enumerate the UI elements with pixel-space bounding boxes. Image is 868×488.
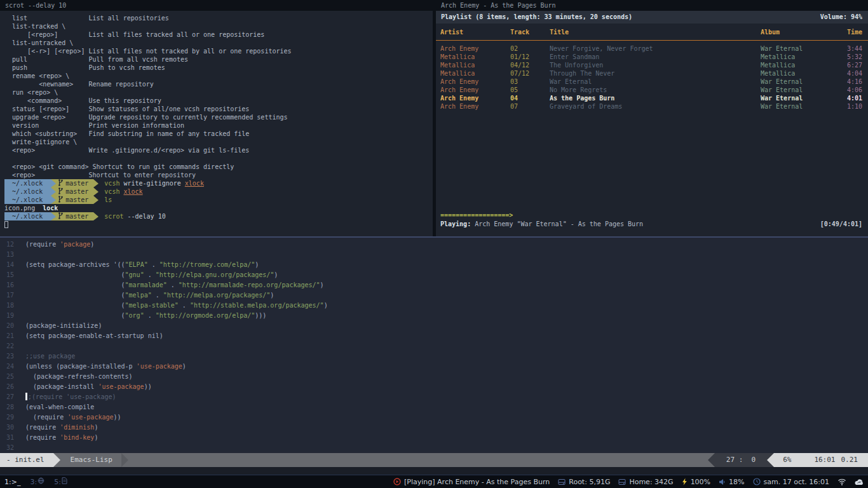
cell-title: War Eternal: [550, 78, 761, 86]
playlist: Arch Enemy02Never Forgive, Never ForgetW…: [436, 44, 868, 111]
code-line: 17 ("melpa" . "http://melpa.org/packages…: [0, 290, 868, 301]
terminal-line: [4, 220, 433, 229]
cell-album: War Eternal: [761, 102, 832, 111]
line-number: 17: [0, 290, 25, 301]
code-text: "gnu": [125, 271, 144, 278]
buffer-percent: 6%: [783, 453, 791, 467]
line-number: 12: [0, 240, 25, 250]
speaker-icon: [719, 478, 726, 485]
cell-artist: Arch Enemy: [440, 102, 510, 111]
line-number: 25: [0, 372, 25, 382]
playlist-row[interactable]: Metallica01/12Enter SandmanMetallica5:32: [436, 53, 868, 61]
prompt-path-segment: ~/.xlock: [4, 179, 51, 187]
code-text: 'diminish: [60, 424, 94, 431]
battery: 100%: [682, 478, 710, 486]
music-player-window: Arch Enemy - As the Pages Burn Playlist …: [436, 0, 868, 236]
workspace-button[interactable]: 3:: [30, 477, 44, 486]
playlist-row-playing[interactable]: Arch Enemy04As the Pages BurnWar Eternal…: [436, 94, 868, 102]
shell-prompt-line: ~/.xlock masterscrot --delay 10: [4, 212, 433, 220]
powerline-arrow-icon: [767, 453, 774, 467]
cell-artist: Arch Enemy: [440, 44, 510, 53]
cell-track: 07/12: [510, 69, 550, 78]
code-text: "http://elpa.gnu.org/packages/": [156, 271, 275, 278]
cell-artist: Arch Enemy: [440, 94, 510, 102]
line-number: 32: [0, 443, 25, 453]
code-text: (: [25, 271, 125, 278]
column-artist: Artist: [440, 24, 510, 41]
line-number: 16: [0, 280, 25, 290]
code-line: 14(setq package-archives '(("ELPA" . "ht…: [0, 260, 868, 270]
powerline-arrow-icon: [53, 453, 60, 467]
volume-indicator: Volume: 94%: [820, 11, 862, 24]
branch-name: master: [65, 212, 88, 220]
code-text: (require: [25, 241, 60, 248]
terminal-line: <repo> Shortcut to enter repository: [4, 171, 433, 179]
powerline-arrow-icon: [93, 179, 98, 187]
code-buffer[interactable]: 12(require 'package)1314(setq package-ar…: [0, 238, 868, 453]
code-text: ): [94, 424, 98, 431]
code-text: .: [148, 261, 159, 268]
line-number: 15: [0, 270, 25, 280]
emacs-modeline: - init.el Emacs-Lisp 27 : 0 6% 16:01 0.2…: [0, 453, 868, 467]
line-number: 27: [0, 392, 25, 402]
terminal-line: <newname> Rename repository: [4, 80, 433, 88]
status-bar: 1:>_3:5: [Playing] Arch Enemy - As the P…: [0, 475, 868, 488]
cell-title: No More Regrets: [550, 86, 761, 94]
playlist-row[interactable]: Metallica04/12The UnforgivenMetallica6:2…: [436, 61, 868, 69]
now-playing-text: Playing: Arch Enemy "War Eternal" - As t…: [440, 220, 643, 228]
player-titlebar[interactable]: Arch Enemy - As the Pages Burn: [436, 0, 868, 11]
playlist-summary: Playlist (8 items, length: 33 minutes, 2…: [441, 11, 632, 24]
editor-cursor: [25, 393, 27, 400]
code-text: ): [90, 241, 94, 248]
code-text: (require: [25, 414, 67, 421]
powerline-arrow-icon: [93, 212, 98, 220]
terminal-line: push Push to vcsh remotes: [4, 64, 433, 72]
playlist-row[interactable]: Arch Enemy05No More RegretsWar Eternal4:…: [436, 86, 868, 94]
workspace-list: 1:>_3:5:: [4, 477, 67, 486]
now-playing: [Playing] Arch Enemy - As the Pages Burn: [393, 478, 550, 486]
code-text: (setq package-enable-at-startup nil): [25, 332, 163, 339]
cell-time: 5:32: [832, 53, 862, 61]
cell-album: War Eternal: [761, 44, 832, 53]
terminal-titlebar[interactable]: scrot --delay 10: [0, 0, 433, 11]
cell-album: War Eternal: [761, 86, 832, 94]
line-number: 31: [0, 433, 25, 443]
code-line: 21(setq package-enable-at-startup nil): [0, 331, 868, 341]
playlist-row[interactable]: Arch Enemy07Graveyard of DreamsWar Etern…: [436, 102, 868, 111]
powerline-arrow-icon: [121, 453, 128, 467]
command-text: vcsh: [104, 179, 119, 187]
terminal-output[interactable]: list List all repositories list-tracked …: [0, 11, 433, 229]
cell-time: 4:04: [832, 69, 862, 78]
workspace-button[interactable]: 5:: [54, 477, 67, 486]
workspace-label: 3:: [30, 478, 37, 486]
code-line: 19 ("org" . "http://orgmode.org/elpa/"))…: [0, 311, 868, 321]
terminal-text: icon.png: [4, 204, 43, 212]
terminal-line: status [<repo>] Show statuses of all/one…: [4, 105, 433, 113]
code-text: (: [25, 302, 125, 309]
prompt-path-segment: ~/.xlock: [4, 212, 51, 220]
workspace-button[interactable]: 1:>_: [4, 477, 20, 486]
code-line: 13: [0, 250, 868, 260]
code-text: 'use-package: [98, 383, 144, 390]
powerline-arrow-icon: [51, 187, 56, 196]
code-text: )): [144, 383, 152, 390]
playlist-row[interactable]: Metallica07/12Through The NeverMetallica…: [436, 69, 868, 78]
column-album: Album: [761, 24, 832, 41]
playlist-row[interactable]: Arch Enemy03War EternalWar Eternal4:16: [436, 78, 868, 86]
wifi: [837, 478, 846, 485]
volume: 18%: [719, 478, 744, 486]
code-text: "ELPA": [125, 261, 148, 268]
shell-prompt-line: ~/.xlock masterls: [4, 196, 433, 204]
document-icon: [62, 477, 67, 486]
buffer-name: - init.el: [0, 453, 53, 467]
major-mode[interactable]: Emacs-Lisp: [60, 453, 121, 467]
command-text: xlock: [123, 187, 142, 196]
progress-bar[interactable]: ==================>: [440, 211, 513, 219]
playlist-row[interactable]: Arch Enemy02Never Forgive, Never ForgetW…: [436, 44, 868, 53]
branch-name: master: [65, 187, 88, 196]
code-text: (setq package-archives '((: [25, 261, 125, 268]
code-text: (package-initialize): [25, 322, 102, 329]
code-text: (: [25, 312, 125, 319]
code-text: ;;use package: [25, 353, 75, 360]
prompt-branch-segment: master: [56, 187, 93, 196]
